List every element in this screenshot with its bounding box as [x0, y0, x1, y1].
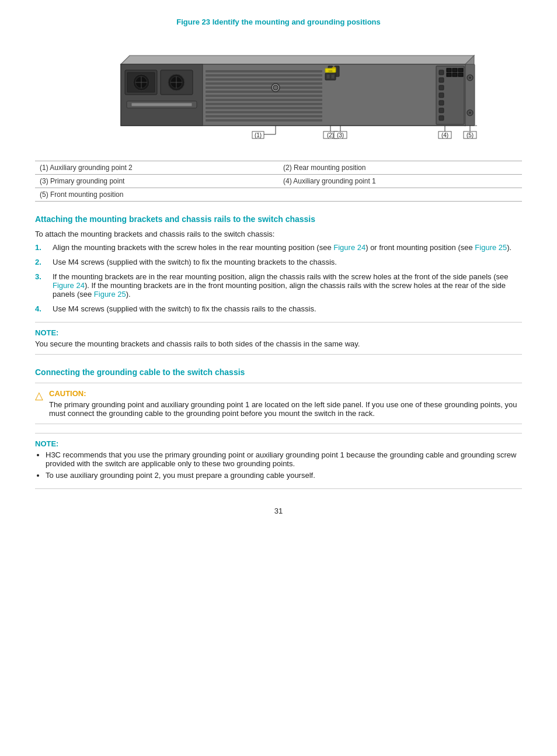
step-1-num: 1.: [35, 243, 46, 252]
svg-rect-41: [439, 70, 444, 75]
note1-label: NOTE:: [35, 328, 522, 337]
label-5: (5) Front mounting position: [35, 188, 522, 202]
svg-rect-23: [206, 95, 322, 97]
label-1: (1) Auxiliary grounding point 2: [35, 161, 278, 175]
svg-rect-42: [439, 78, 444, 82]
steps-list: 1. Align the mounting brackets with the …: [35, 243, 522, 313]
note2-label: NOTE:: [35, 439, 522, 448]
step-2-num: 2.: [35, 258, 46, 266]
step-2-text: Use M4 screws (supplied with the switch)…: [53, 258, 337, 266]
step-4-num: 4.: [35, 304, 46, 313]
step-3-num: 3.: [35, 272, 46, 281]
caution-icon: △: [35, 389, 43, 402]
figure25-link-1[interactable]: Figure 25: [475, 243, 507, 252]
figure24-link-2[interactable]: Figure 24: [53, 281, 85, 290]
figure-labels-table: (1) Auxiliary grounding point 2 (2) Rear…: [35, 161, 522, 202]
svg-point-56: [469, 77, 471, 79]
step-2: 2. Use M4 screws (supplied with the swit…: [35, 258, 522, 266]
svg-text:(5): (5): [467, 132, 474, 138]
note2-bullet-2: To use auxiliary grounding point 2, you …: [46, 471, 522, 480]
svg-rect-18: [206, 74, 322, 77]
svg-rect-29: [206, 119, 322, 122]
svg-rect-28: [206, 115, 322, 117]
svg-rect-53: [458, 73, 463, 77]
step-1-text: Align the mounting brackets with the scr…: [53, 243, 511, 252]
svg-rect-44: [439, 93, 444, 98]
svg-point-58: [469, 112, 471, 114]
step-3: 3. If the mounting brackets are in the r…: [35, 272, 522, 299]
svg-rect-43: [439, 85, 444, 90]
svg-text:111: 111: [329, 70, 333, 72]
svg-rect-45: [439, 100, 444, 105]
svg-text:(3): (3): [337, 132, 344, 138]
section1-intro: To attach the mounting brackets and chas…: [35, 230, 522, 238]
svg-marker-0: [121, 56, 474, 64]
svg-rect-22: [206, 91, 322, 93]
svg-rect-36: [326, 74, 330, 79]
svg-rect-37: [331, 74, 335, 79]
figure-diagram: 111 (1) (2): [35, 32, 522, 161]
note2-bullets: H3C recommends that you use the primary …: [35, 450, 522, 480]
label-3: (3) Primary grounding point: [35, 175, 278, 188]
label-2: (2) Rear mounting position: [278, 161, 522, 175]
svg-rect-25: [206, 103, 322, 105]
caution-text: The primary grounding point and auxiliar…: [49, 400, 522, 418]
caution-box: △ CAUTION: The primary grounding point a…: [35, 383, 522, 424]
svg-rect-49: [452, 68, 457, 72]
svg-rect-20: [206, 82, 322, 85]
svg-rect-24: [206, 99, 322, 101]
svg-rect-50: [458, 68, 463, 72]
caution-label: CAUTION:: [49, 389, 522, 398]
svg-rect-21: [206, 86, 322, 89]
note1-text: You secure the mounting brackets and cha…: [35, 339, 522, 348]
svg-rect-47: [439, 116, 444, 120]
svg-rect-16: [131, 103, 192, 106]
svg-rect-17: [206, 70, 322, 72]
page-number: 31: [35, 507, 522, 515]
step-1: 1. Align the mounting brackets with the …: [35, 243, 522, 252]
section1-note: NOTE: You secure the mounting brackets a…: [35, 322, 522, 355]
step-3-text: If the mounting brackets are in the rear…: [53, 272, 522, 299]
section1-heading: Attaching the mounting brackets and chas…: [35, 214, 522, 224]
svg-rect-26: [206, 107, 322, 109]
svg-point-34: [273, 85, 278, 90]
figure24-link-1[interactable]: Figure 24: [333, 243, 365, 252]
svg-rect-19: [206, 78, 322, 81]
label-4: (4) Auxiliary grounding point 1: [278, 175, 522, 188]
figure-title: Figure 23 Identify the mounting and grou…: [35, 18, 522, 26]
svg-text:(2): (2): [327, 132, 334, 138]
svg-rect-54: [465, 64, 475, 126]
note2-bullet-1: H3C recommends that you use the primary …: [46, 450, 522, 468]
step-4: 4. Use M4 screws (supplied with the swit…: [35, 304, 522, 313]
svg-rect-51: [447, 73, 451, 77]
svg-rect-27: [206, 111, 322, 113]
svg-text:(4): (4): [441, 132, 448, 138]
svg-text:(1): (1): [255, 132, 262, 138]
step-4-text: Use M4 screws (supplied with the switch)…: [53, 304, 316, 313]
section2-note: NOTE: H3C recommends that you use the pr…: [35, 433, 522, 489]
svg-rect-48: [447, 68, 451, 72]
figure25-link-2[interactable]: Figure 25: [94, 290, 126, 299]
svg-rect-46: [439, 108, 444, 113]
svg-rect-52: [452, 73, 457, 77]
caution-content: CAUTION: The primary grounding point and…: [49, 389, 522, 418]
section2-heading: Connecting the grounding cable to the sw…: [35, 367, 522, 377]
